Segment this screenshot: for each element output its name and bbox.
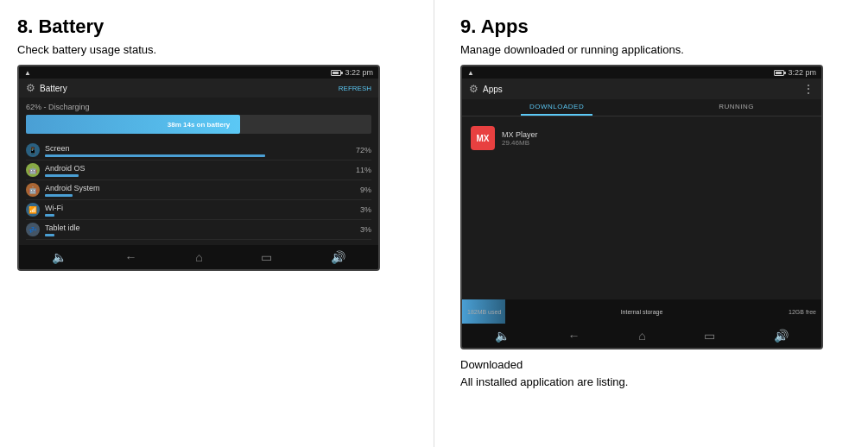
apps-device-screen: ▲ 3:22 pm ⚙ Apps ⋮ DOWNLOADED RUNNING [460, 65, 823, 349]
battery-statusbar-left: ▲ [24, 69, 327, 77]
battery-fill [333, 72, 339, 74]
apps-screen-title: Apps [483, 85, 503, 94]
apps-tabs: DOWNLOADED RUNNING [462, 99, 821, 116]
section-divider [434, 0, 434, 447]
battery-main-bar-text: 38m 14s on battery [168, 121, 230, 129]
battery-items-list: 📱 Screen 72% 🤖 Android OS 11% [26, 141, 371, 240]
battery-item-screen-name: Screen [45, 144, 351, 153]
tab-running[interactable]: RUNNING [710, 99, 763, 116]
wifi-usage-icon: 📶 [26, 203, 40, 217]
battery-item-android-os-content: Android OS [45, 164, 351, 177]
battery-navbar: 🔈 ← ⌂ ▭ 🔊 [19, 245, 378, 269]
apps-volume-down-icon[interactable]: 🔈 [495, 329, 510, 343]
android-os-icon: 🤖 [26, 163, 40, 177]
battery-item-android-os-bar [45, 174, 79, 177]
apps-battery-icon [774, 70, 784, 76]
apps-storage-free: 12GB free [789, 309, 816, 315]
battery-topbar-left: ⚙ Battery [26, 82, 67, 94]
battery-item-tablet-idle-content: Tablet idle [45, 224, 355, 236]
tab-downloaded-label: DOWNLOADED [529, 103, 584, 110]
apps-gear-icon: ⚙ [469, 83, 478, 95]
battery-item-tablet-idle-name: Tablet idle [45, 224, 355, 232]
apps-topbar-left: ⚙ Apps [469, 83, 503, 95]
battery-screen-title: Battery [40, 84, 67, 93]
screen-icon: 📱 [26, 143, 40, 157]
battery-gear-icon: ⚙ [26, 82, 35, 94]
app-item-mxplayer-name: MX Player [502, 130, 538, 139]
battery-desc: Check battery usage status. [17, 43, 408, 56]
battery-item-wifi-bar [45, 214, 54, 217]
apps-menu-icon[interactable]: ⋮ [802, 82, 814, 96]
battery-item-wifi-name: Wi-Fi [45, 204, 355, 212]
app-item-mxplayer-info: MX Player 29.46MB [502, 130, 538, 147]
tablet-idle-icon: 💤 [26, 223, 40, 236]
apps-storage-labels: 182MB used Internal storage 12GB free [462, 299, 821, 324]
battery-item-wifi-pct: 3% [360, 205, 371, 214]
battery-title: 8. Battery [17, 16, 408, 38]
apps-title: 9. Apps [460, 16, 851, 38]
battery-item-android-system: 🤖 Android System 9% [26, 180, 371, 200]
apps-note-line2: All installed application are listing. [460, 375, 628, 388]
back-icon[interactable]: ← [125, 250, 137, 264]
apps-note-line1: Downloaded [460, 358, 523, 371]
apps-section: 9. Apps Manage downloaded or running app… [443, 0, 868, 447]
apps-back-icon[interactable]: ← [568, 329, 580, 343]
battery-item-android-os-name: Android OS [45, 164, 351, 173]
recent-icon[interactable]: ▭ [261, 250, 272, 264]
app-item-mxplayer[interactable]: MX MX Player 29.46MB [467, 122, 816, 154]
battery-item-tablet-idle-pct: 3% [360, 225, 371, 234]
apps-storage-bar: 182MB used Internal storage 12GB free [462, 299, 821, 324]
battery-item-tablet-idle-bar [45, 234, 54, 236]
battery-refresh-button[interactable]: REFRESH [339, 85, 371, 92]
apps-volume-up-icon[interactable]: 🔊 [774, 329, 789, 343]
tab-running-label: RUNNING [719, 103, 754, 110]
battery-content-area: 62% - Discharging 38m 14s on battery 📱 S… [19, 98, 378, 245]
battery-item-android-os-pct: 11% [356, 166, 371, 174]
tab-downloaded[interactable]: DOWNLOADED [521, 99, 592, 116]
battery-item-screen: 📱 Screen 72% [26, 141, 371, 161]
battery-item-android-system-name: Android System [45, 184, 355, 192]
volume-down-icon[interactable]: 🔈 [52, 250, 67, 264]
apps-recent-icon[interactable]: ▭ [704, 329, 715, 343]
battery-device-screen: ▲ 3:22 pm ⚙ Battery REFRESH 62% - Discha… [17, 65, 380, 271]
battery-item-wifi-content: Wi-Fi [45, 204, 355, 217]
battery-statusbar: ▲ 3:22 pm [19, 66, 378, 79]
battery-topbar: ⚙ Battery REFRESH [19, 79, 378, 98]
statusbar-time: 3:22 pm [345, 68, 373, 77]
apps-home-icon[interactable]: ⌂ [638, 329, 645, 343]
battery-item-wifi: 📶 Wi-Fi 3% [26, 200, 371, 220]
battery-item-android-system-content: Android System [45, 184, 355, 197]
apps-battery-fill [776, 72, 782, 74]
battery-item-android-system-bar [45, 194, 73, 197]
apps-storage-title: Internal storage [621, 309, 663, 315]
volume-up-icon[interactable]: 🔊 [331, 250, 345, 264]
apps-wifi-icon: ▲ [467, 69, 474, 77]
battery-icon [331, 70, 341, 76]
battery-item-screen-pct: 72% [356, 146, 371, 154]
mxplayer-icon: MX [471, 126, 495, 150]
battery-section: 8. Battery Check battery usage status. ▲… [0, 0, 425, 447]
apps-statusbar-time: 3:22 pm [788, 68, 816, 77]
wifi-icon: ▲ [24, 69, 31, 77]
apps-desc: Manage downloaded or running application… [460, 43, 851, 56]
battery-item-tablet-idle: 💤 Tablet idle 3% [26, 220, 371, 240]
battery-item-screen-bar [45, 154, 265, 157]
apps-statusbar-left: ▲ [467, 69, 770, 77]
battery-main-bar: 38m 14s on battery [26, 115, 371, 134]
apps-topbar: ⚙ Apps ⋮ [462, 79, 821, 99]
battery-item-android-system-pct: 9% [360, 186, 371, 194]
android-system-icon: 🤖 [26, 183, 40, 197]
apps-storage-used: 182MB used [467, 309, 501, 315]
apps-content-area: MX MX Player 29.46MB 182MB used Internal… [462, 116, 821, 324]
battery-status-text: 62% - Discharging [26, 103, 371, 111]
battery-item-android-os: 🤖 Android OS 11% [26, 161, 371, 180]
apps-statusbar: ▲ 3:22 pm [462, 66, 821, 79]
battery-item-screen-content: Screen [45, 144, 351, 157]
home-icon[interactable]: ⌂ [195, 250, 202, 264]
apps-notes: Downloaded All installed application are… [460, 356, 851, 390]
app-item-mxplayer-size: 29.46MB [502, 139, 538, 147]
apps-navbar: 🔈 ← ⌂ ▭ 🔊 [462, 324, 821, 348]
